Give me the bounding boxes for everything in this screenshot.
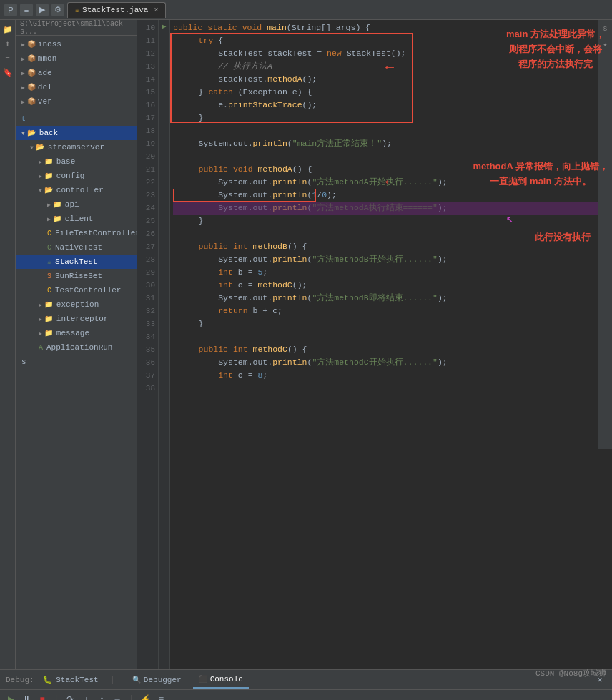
sidebar: S:\GitProject\small\back-s... ▶ 📦 iness … bbox=[16, 20, 137, 669]
code-line-10: public static void main(String[] args) { bbox=[173, 21, 609, 34]
sidebar-item-streamserver[interactable]: ▼ 📂 streamserver bbox=[16, 140, 137, 154]
tab-label: StackTest.java bbox=[82, 6, 148, 14]
sidebar-item-exception[interactable]: ▶ 📁 exception bbox=[16, 297, 137, 312]
code-line-29: int b = 5; bbox=[173, 266, 609, 279]
sidebar-item-ver[interactable]: ▶ 📦 ver bbox=[16, 94, 137, 109]
tab-debugger[interactable]: 🔍 Debugger bbox=[127, 671, 187, 689]
gutter: ▶ bbox=[159, 20, 170, 669]
debug-eval-btn[interactable]: ⚡ bbox=[139, 693, 152, 701]
tab-close[interactable]: × bbox=[154, 6, 158, 14]
code-line-14: stackTest.methodA(); bbox=[173, 73, 609, 86]
sidebar-item-ade[interactable]: ▶ 📦 ade bbox=[16, 66, 137, 80]
icon-bookmark[interactable]: 🔖 bbox=[1, 66, 14, 79]
build-btn[interactable]: ⚙ bbox=[51, 4, 64, 16]
code-line-15: } catch (Exception e) { bbox=[173, 86, 609, 99]
sidebar-item-stacktest[interactable]: ☕ StackTest bbox=[16, 255, 137, 269]
right-icon-bar: S ★ bbox=[598, 20, 612, 449]
watermark: CSDN @No8g攻城狮 bbox=[536, 668, 606, 679]
right-icon-structure[interactable]: S bbox=[599, 23, 612, 36]
sidebar-item-api[interactable]: ▶ 📁 api bbox=[16, 197, 137, 212]
sidebar-path: S:\GitProject\small\back-s... bbox=[20, 20, 132, 36]
code-line-12: StackTest stackTest = new StackTest(); bbox=[173, 47, 609, 60]
tab-console-label: Console bbox=[210, 675, 243, 684]
sidebar-item-filetestcontroller[interactable]: C FileTestController bbox=[16, 226, 137, 240]
code-line-38 bbox=[173, 382, 609, 395]
code-line-22: System.out.println("方法methodA开始执行......"… bbox=[173, 176, 609, 189]
code-line-32: return b + c; bbox=[173, 305, 609, 317]
code-line-13: // 执行方法A bbox=[173, 60, 609, 73]
sidebar-item-client[interactable]: ▶ 📁 client bbox=[16, 212, 137, 226]
sidebar-item-interceptor[interactable]: ▶ 📁 interceptor bbox=[16, 312, 137, 326]
debug-step-over[interactable]: ↷ bbox=[64, 693, 76, 701]
structure-btn[interactable]: ≡ bbox=[20, 4, 33, 16]
code-line-24: System.out.println("方法methodA执行结束======"… bbox=[173, 202, 609, 215]
code-line-21: public void methodA() { bbox=[173, 163, 609, 176]
sidebar-item-sunriseset[interactable]: S SunRiseSet bbox=[16, 269, 137, 283]
main-layout: 📁 ⬆ ≡ 🔖 S:\GitProject\small\back-s... ▶ … bbox=[0, 20, 612, 669]
debug-stop-btn[interactable]: ■ bbox=[36, 693, 49, 701]
debug-title: 🐛 StackTest bbox=[43, 676, 99, 684]
sidebar-item-t[interactable]: t bbox=[16, 112, 137, 126]
debug-pause-btn[interactable]: ⏸ bbox=[20, 693, 33, 701]
debug-panel: Debug: 🐛 StackTest | 🔍 Debugger ⬛ Consol… bbox=[0, 669, 612, 700]
debug-step-into[interactable]: ↓ bbox=[79, 693, 92, 701]
line-numbers: 10 11 12 13 14 15 16 17 18 19 20 21 22 2… bbox=[137, 20, 159, 669]
run-btn[interactable]: ▶ bbox=[36, 4, 49, 16]
code-line-11: try { bbox=[173, 34, 609, 47]
code-line-36: System.out.println("方法methodC开始执行......"… bbox=[173, 356, 609, 369]
code-line-23: System.out.println(1/0); bbox=[173, 189, 609, 202]
sidebar-item-testcontroller[interactable]: C TestController bbox=[16, 283, 137, 297]
sidebar-item-base[interactable]: ▶ 📁 base bbox=[16, 154, 137, 169]
code-line-27: public int methodB() { bbox=[173, 240, 609, 253]
top-bar: P ≡ ▶ ⚙ ☕ StackTest.java × bbox=[0, 0, 612, 20]
debug-toolbar: ▶ ⏸ ■ | ↷ ↓ ↑ → | ⚡ ≡ bbox=[0, 690, 612, 700]
code-line-34 bbox=[173, 330, 609, 343]
code-line-20 bbox=[173, 150, 609, 163]
left-icon-bar: 📁 ⬆ ≡ 🔖 bbox=[0, 20, 16, 669]
sidebar-header: S:\GitProject\small\back-s... bbox=[16, 20, 137, 36]
sidebar-item-del[interactable]: ▶ 📦 del bbox=[16, 80, 137, 94]
code-editor-area: 10 11 12 13 14 15 16 17 18 19 20 21 22 2… bbox=[137, 20, 612, 669]
debug-step-out[interactable]: ↑ bbox=[95, 693, 108, 701]
code-line-17: } bbox=[173, 112, 609, 124]
sidebar-item-back[interactable]: ▼ 📂 back bbox=[16, 126, 137, 140]
tab-debugger-label: Debugger bbox=[144, 676, 182, 684]
editor-tab[interactable]: ☕ StackTest.java × bbox=[67, 2, 166, 18]
sidebar-item-mmon[interactable]: ▶ 📦 mmon bbox=[16, 51, 137, 66]
code-line-33: } bbox=[173, 317, 609, 330]
sidebar-item-config[interactable]: ▶ 📁 config bbox=[16, 169, 137, 183]
project-btn[interactable]: P bbox=[4, 4, 17, 16]
sidebar-item-controller[interactable]: ▼ 📂 controller bbox=[16, 183, 137, 197]
code-line-35: public int methodC() { bbox=[173, 343, 609, 356]
debug-title-label: Debug: bbox=[6, 676, 34, 684]
code-line-26 bbox=[173, 227, 609, 240]
sidebar-item-message[interactable]: ▶ 📁 message bbox=[16, 326, 137, 340]
icon-commit[interactable]: ⬆ bbox=[1, 37, 14, 50]
debug-frames-btn[interactable]: ≡ bbox=[154, 693, 167, 701]
debug-resume-btn[interactable]: ▶ bbox=[4, 693, 17, 701]
sidebar-tree[interactable]: ▶ 📦 iness ▶ 📦 mmon ▶ 📦 ade ▶ 📦 del ▶ bbox=[16, 36, 137, 669]
sidebar-item-nativetest[interactable]: C NativeTest bbox=[16, 240, 137, 255]
code-line-16: e.printStackTrace(); bbox=[173, 99, 609, 112]
icon-project[interactable]: 📁 bbox=[1, 23, 14, 36]
code-line-30: int c = methodC(); bbox=[173, 279, 609, 292]
right-icon-favorites[interactable]: ★ bbox=[599, 38, 612, 51]
sidebar-item-s[interactable]: s bbox=[16, 355, 137, 369]
debug-run-cursor[interactable]: → bbox=[111, 693, 124, 701]
code-line-19: System.out.println("main方法正常结束！"); bbox=[173, 137, 609, 150]
code-line-18 bbox=[173, 124, 609, 137]
icon-structure[interactable]: ≡ bbox=[1, 51, 14, 64]
code-line-37: int c = 8; bbox=[173, 369, 609, 382]
sidebar-item-iness[interactable]: ▶ 📦 iness bbox=[16, 37, 137, 51]
code-editor[interactable]: 10 11 12 13 14 15 16 17 18 19 20 21 22 2… bbox=[137, 20, 612, 669]
sidebar-item-applicationrun[interactable]: A ApplicationRun bbox=[16, 340, 137, 355]
tab-console[interactable]: ⬛ Console bbox=[193, 671, 249, 689]
debug-tabs: Debug: 🐛 StackTest | 🔍 Debugger ⬛ Consol… bbox=[0, 670, 612, 690]
code-content: public static void main(String[] args) {… bbox=[170, 20, 612, 669]
code-line-28: System.out.println("方法methodB开始执行......"… bbox=[173, 253, 609, 266]
code-line-25: } bbox=[173, 215, 609, 227]
code-line-31: System.out.println("方法methodB即将结束......"… bbox=[173, 292, 609, 305]
